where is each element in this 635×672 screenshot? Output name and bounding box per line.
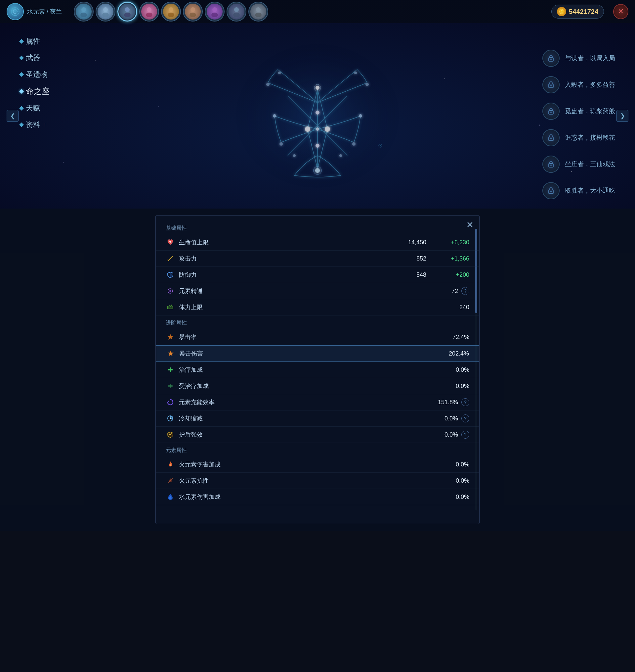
- svg-rect-74: [168, 369, 173, 371]
- profile-badge: !: [44, 122, 46, 127]
- char-tab-1[interactable]: [74, 2, 94, 22]
- svg-point-30: [316, 127, 319, 131]
- constellation-label-2: 入毂者，多多益善: [565, 80, 615, 89]
- main-close-button[interactable]: ✕: [613, 4, 628, 19]
- svg-point-44: [366, 83, 369, 86]
- svg-point-16: [234, 7, 239, 12]
- stats-panel-close-button[interactable]: ✕: [464, 219, 476, 231]
- hp-label: 生命值上限: [179, 238, 393, 246]
- sidebar-item-talents[interactable]: 天赋: [20, 103, 50, 113]
- char-tab-4[interactable]: [139, 2, 159, 22]
- base-stats-header: 基础属性: [156, 222, 479, 234]
- healing-value: 0.0%: [436, 366, 469, 373]
- stat-row-stamina: 体力上限 240: [156, 299, 479, 315]
- svg-point-8: [147, 7, 152, 12]
- svg-point-14: [212, 7, 217, 12]
- def-value: 548: [393, 271, 426, 278]
- svg-point-32: [359, 114, 362, 118]
- sidebar-item-profile[interactable]: 资料 !: [20, 120, 50, 130]
- cd-reduce-label: 冷却缩减: [179, 415, 425, 422]
- advanced-stats-header: 进阶属性: [156, 317, 479, 329]
- cd-reduce-help-button[interactable]: ?: [461, 415, 469, 422]
- svg-point-52: [550, 85, 552, 86]
- svg-point-42: [315, 144, 320, 148]
- sidebar-item-constellation[interactable]: 命之座: [20, 86, 50, 97]
- energy-help-button[interactable]: ?: [461, 398, 469, 406]
- fire-dmg-value: 0.0%: [436, 461, 469, 468]
- char-tab-7[interactable]: [205, 2, 224, 22]
- constellation-label-1: 与谋者，以局入局: [565, 54, 615, 63]
- svg-point-3: [80, 13, 87, 17]
- svg-point-45: [280, 142, 283, 146]
- lock-icon-2: [542, 76, 560, 93]
- cd-reduce-icon: [166, 414, 175, 423]
- svg-point-60: [550, 191, 552, 192]
- nav-arrow-right[interactable]: ❯: [616, 110, 628, 122]
- constellation-label-6: 取胜者，大小通吃: [565, 186, 615, 195]
- crit-rate-label: 暴击率: [179, 333, 436, 341]
- atk-bonus: +1,366: [430, 255, 469, 262]
- svg-point-43: [266, 83, 269, 86]
- svg-marker-70: [167, 334, 173, 340]
- sidebar-label-weapon: 武器: [26, 53, 40, 63]
- element-stats-header: 元素属性: [156, 444, 479, 457]
- em-value: 72: [425, 288, 458, 295]
- svg-point-2: [81, 7, 86, 12]
- char-tab-6[interactable]: [183, 2, 203, 22]
- menu-diamond-icon-active: [19, 89, 24, 94]
- stat-row-def: 防御力 548 +200: [156, 267, 479, 283]
- menu-diamond-icon: [19, 123, 24, 127]
- crit-dmg-value: 202.4%: [436, 350, 469, 357]
- lower-section: ✕ 基础属性 生命值上限 14,450 +6,230: [0, 209, 635, 531]
- sidebar-label-artifacts: 圣遗物: [26, 69, 48, 80]
- char-tab-2[interactable]: [95, 2, 115, 22]
- svg-point-40: [325, 126, 330, 132]
- sidebar-item-weapon[interactable]: 武器: [20, 53, 50, 63]
- constellation-lock-5[interactable]: 坐庄者，三仙戏法: [542, 155, 615, 173]
- char-tab-5[interactable]: [161, 2, 181, 22]
- sidebar-item-artifacts[interactable]: 圣遗物: [20, 69, 50, 80]
- constellation-lock-1[interactable]: 与谋者，以局入局: [542, 50, 615, 67]
- shield-help-button[interactable]: ?: [461, 431, 469, 439]
- char-tab-3-active[interactable]: [117, 2, 137, 22]
- svg-point-37: [315, 168, 320, 173]
- menu-diamond-icon: [19, 56, 24, 60]
- constellation-visual: [0, 23, 635, 209]
- fire-dmg-label: 火元素伤害加成: [179, 460, 436, 468]
- svg-point-41: [315, 110, 320, 114]
- lock-icon-4: [542, 129, 560, 146]
- hydro-dmg-value: 0.0%: [436, 493, 469, 501]
- constellation-section: 属性 武器 圣遗物 命之座 天赋 资料 ! ❮ ❯: [0, 23, 635, 209]
- constellation-lock-2[interactable]: 入毂者，多多益善: [542, 76, 615, 93]
- atk-value: 852: [393, 255, 426, 262]
- def-label: 防御力: [179, 271, 393, 279]
- stat-row-crit-rate: 暴击率 72.4%: [156, 329, 479, 345]
- stat-row-cd-reduce: 冷却缩减 0.0% ?: [156, 411, 479, 427]
- shield-label: 护盾强效: [179, 431, 425, 439]
- char-tab-8[interactable]: [226, 2, 246, 22]
- atk-label: 攻击力: [179, 255, 393, 262]
- stat-row-shield: 护盾强效 0.0% ?: [156, 427, 479, 443]
- def-bonus: +200: [430, 271, 469, 278]
- constellation-lock-3[interactable]: 觅盅者，琼浆药般: [542, 103, 615, 120]
- stat-row-hp: 生命值上限 14,450 +6,230: [156, 234, 479, 251]
- hp-value: 14,450: [393, 239, 426, 246]
- hydro-dmg-label: 水元素伤害加成: [179, 493, 436, 501]
- svg-point-18: [256, 7, 261, 12]
- nav-arrow-left[interactable]: ❮: [7, 110, 19, 122]
- stamina-label: 体力上限: [179, 303, 436, 311]
- em-label: 元素精通: [179, 287, 425, 295]
- atk-icon: [166, 254, 175, 263]
- svg-point-7: [124, 13, 131, 17]
- svg-point-19: [255, 13, 262, 17]
- constellation-lock-4[interactable]: 诓惑者，接树移花: [542, 129, 615, 146]
- char-tab-9[interactable]: [248, 2, 268, 22]
- shield-value: 0.0%: [425, 431, 458, 438]
- page-title: 水元素 / 夜兰: [27, 7, 62, 16]
- svg-point-33: [293, 154, 296, 157]
- em-help-button[interactable]: ?: [461, 287, 469, 295]
- incoming-heal-value: 0.0%: [436, 383, 469, 390]
- sidebar-item-attributes[interactable]: 属性: [20, 37, 50, 46]
- constellation-lock-6[interactable]: 取胜者，大小通吃: [542, 182, 615, 199]
- svg-point-12: [191, 7, 195, 12]
